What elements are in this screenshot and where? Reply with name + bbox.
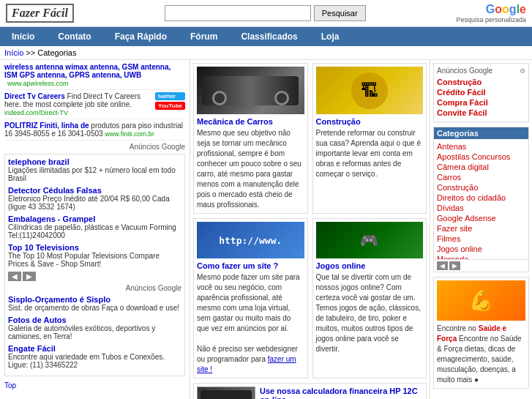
card-calculadora: HP 12C 0.00 Use nossa calculadora financ… <box>193 383 427 399</box>
left-ad-1: telephone brazil Ligações ilimitadas por… <box>8 157 181 182</box>
main-nav: Início Contato Faça Rápido Fórum Classif… <box>0 27 532 46</box>
left-ad-2-desc: Eletronico Preço Inédito até 20/04 R$ 60… <box>8 195 181 211</box>
left-ad-7: Engate Fácil Encontre aqui variedade em … <box>8 344 181 369</box>
banner-ad-3-domain: www.finiti.com.br <box>105 130 154 138</box>
banner-ad-2-title[interactable]: Direct Tv Careers <box>4 92 65 100</box>
banner-ad-2: Direct Tv Careers Find Direct Tv Careers… <box>4 92 185 119</box>
card-calculadora-title[interactable]: Use nossa calculadora financeira HP 12C … <box>260 387 423 399</box>
top-link-area: Top <box>4 379 185 391</box>
card-construcao: 🏗 Construção Pretende reformar ou constr… <box>312 63 427 214</box>
banner-ad-1-link[interactable]: wireless antenna wimax antenna, GSM ante… <box>4 63 171 79</box>
cat-construcao[interactable]: Construção <box>437 183 525 192</box>
search-area: Pesquisar <box>165 5 366 21</box>
nav-forum[interactable]: Fórum <box>179 27 229 46</box>
right-ad-compra[interactable]: Compra Fácil <box>437 98 525 107</box>
card-jogos-title[interactable]: Jogos online <box>316 261 424 270</box>
left-ad-3-title[interactable]: Embalagens - Grampel <box>8 215 95 223</box>
left-ad-4: Top 10 Televisions The Top 10 Most Popul… <box>8 243 181 268</box>
logo-text: Fazer Fácil <box>12 7 68 19</box>
search-input[interactable] <box>165 5 311 21</box>
card-mecanica-title[interactable]: Mecânica de Carros <box>197 117 304 126</box>
left-ad-7-title[interactable]: Engate Fácil <box>8 344 56 353</box>
cat-prev-arrow[interactable]: ◀ <box>437 261 448 270</box>
left-ad-5-desc: Sist. de orçamento de obras Faça o downl… <box>8 304 181 312</box>
cat-filmes[interactable]: Filmes <box>437 234 525 243</box>
cat-apostilas[interactable]: Apostilas Concursos <box>437 152 525 161</box>
left-ad-2: Detector Cédulas Falsas Eletronico Preço… <box>8 186 181 211</box>
card-site-title[interactable]: Como fazer um site ? <box>197 261 304 270</box>
left-ad-7-desc: Encontre aqui variedade em Tubos e Conex… <box>8 353 181 369</box>
fazer-site-link[interactable]: fazer um site ! <box>197 355 296 373</box>
health-box: 💪 Encontre no Saúde e Força Encontre no … <box>433 277 529 389</box>
cat-camera[interactable]: Câmera digital <box>437 163 525 171</box>
google-ads-label-mid: Anúncios Google <box>8 284 181 292</box>
banner-ad-2-domain: indeed.com/Direct-TV <box>4 109 68 116</box>
cat-next-arrow[interactable]: ▶ <box>449 261 460 270</box>
nav-inicio[interactable]: Início <box>0 27 46 46</box>
left-ad-3: Embalagens - Grampel Cilíndricas de pape… <box>8 215 181 239</box>
cat-fazer-site[interactable]: Fazer site <box>437 224 525 233</box>
right-column: Anúncios Google ⚙ Construção Crédito Fác… <box>430 60 532 399</box>
right-ad-construcao[interactable]: Construção <box>437 78 525 86</box>
banner-ad-1-domain: www.apwireless.com <box>7 80 69 87</box>
card-calculadora-img: HP 12C 0.00 <box>197 387 255 399</box>
cat-dividas[interactable]: Dívidas <box>437 204 525 212</box>
card-site: http://www. Como fazer um site ? Mesmo p… <box>193 218 308 379</box>
banner-ad-1: wireless antenna wimax antenna, GSM ante… <box>4 63 185 90</box>
cat-carros[interactable]: Carros <box>437 173 525 182</box>
cat-adsense[interactable]: Google Adsense <box>437 214 525 223</box>
breadcrumb: Início >> Categorias <box>0 46 532 60</box>
youtube-badge: YouTube <box>155 102 185 110</box>
left-ad-3-desc: Cilíndricas de papelão, plásticas e Vacu… <box>8 223 181 239</box>
right-ad-convite[interactable]: Convite Fácil <box>437 108 525 117</box>
health-text: Encontre no Saúde e Força Encontre no Sa… <box>437 324 525 385</box>
nav-classificados[interactable]: Classificados <box>229 27 309 46</box>
left-ad-1-desc: Ligações ilimitadas por $12 + número loc… <box>8 166 181 182</box>
center-column: Mecânica de Carros Mesmo que seu objetiv… <box>190 60 430 399</box>
nav-faca-rapido[interactable]: Faça Rápido <box>103 27 179 46</box>
cat-scroll-arrows: ◀ ▶ <box>434 259 528 272</box>
left-ad-2-title[interactable]: Detector Cédulas Falsas <box>8 186 102 195</box>
cat-jogos[interactable]: Jogos online <box>437 245 525 253</box>
social-badges: twitter YouTube <box>155 92 185 110</box>
left-ad-6-title[interactable]: Fotos de Autos <box>8 316 67 324</box>
breadcrumb-home[interactable]: Início <box>4 48 23 57</box>
right-ad-credito[interactable]: Crédito Fácil <box>437 88 525 97</box>
categories-title: Categorias <box>434 127 528 139</box>
breadcrumb-current: Categorias <box>37 48 76 57</box>
left-ad-1-title[interactable]: telephone brazil <box>8 157 70 166</box>
card-construcao-text: Pretende reformar ou construir sua casa?… <box>316 128 424 179</box>
banner-ad-3-title[interactable]: POLITRIZ Finiti, linha de <box>4 122 89 130</box>
left-ad-4-title[interactable]: Top 10 Televisions <box>8 243 79 252</box>
cat-direitos[interactable]: Direitos do cidadão <box>437 193 525 202</box>
google-label: Pesquisa personalizada <box>456 16 526 23</box>
top-link[interactable]: Top <box>4 381 16 389</box>
banner-ad-3: POLITRIZ Finiti, linha de produtos para … <box>4 122 185 141</box>
breadcrumb-separator: >> <box>26 48 35 57</box>
twitter-badge: twitter <box>155 92 185 100</box>
right-ads-title: Anúncios Google ⚙ <box>437 67 525 75</box>
main-content: wireless antenna wimax antenna, GSM ante… <box>0 60 532 399</box>
nav-contato[interactable]: Contato <box>46 27 102 46</box>
next-arrow[interactable]: ▶ <box>23 272 36 281</box>
left-ad-6-desc: Galeria de automóviles exóticos, deporti… <box>8 324 181 340</box>
card-site-img: http://www. <box>197 222 304 258</box>
left-ad-5-title[interactable]: Sisplo-Orçamento é Sisplo <box>8 295 110 304</box>
left-ads-box: telephone brazil Ligações ilimitadas por… <box>4 154 185 376</box>
nav-arrows: ◀ ▶ <box>8 272 181 281</box>
search-button[interactable]: Pesquisar <box>314 5 366 21</box>
card-construcao-title[interactable]: Construção <box>316 117 424 126</box>
card-mecanica: Mecânica de Carros Mesmo que seu objetiv… <box>193 63 308 214</box>
google-logo: Google <box>456 3 526 16</box>
ads-icon: ⚙ <box>520 67 525 75</box>
cat-antenas[interactable]: Antenas <box>437 142 525 151</box>
card-jogos-text: Que tal se divertir com um de nossos jog… <box>316 272 424 354</box>
logo: Fazer Fácil <box>6 4 74 23</box>
prev-arrow[interactable]: ◀ <box>8 272 21 281</box>
card-construcao-img: 🏗 <box>316 67 424 114</box>
nav-loja[interactable]: Loja <box>310 27 351 46</box>
header: Fazer Fácil Pesquisar Google Pesquisa pe… <box>0 0 532 27</box>
card-calculadora-content: Use nossa calculadora financeira HP 12C … <box>260 387 423 399</box>
health-img: 💪 <box>437 280 525 321</box>
left-ad-4-desc: The Top 10 Most Popular Televisions Comp… <box>8 252 181 268</box>
